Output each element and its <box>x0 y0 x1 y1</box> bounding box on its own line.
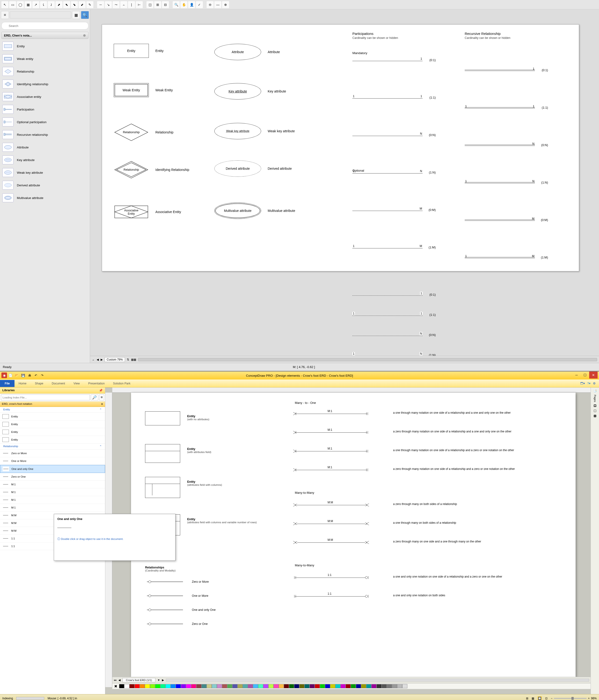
toolbar-button[interactable]: ◯ <box>17 1 24 8</box>
maximize-button[interactable]: ☐ <box>581 372 589 379</box>
color-swatch[interactable] <box>351 684 356 688</box>
prev-page-icon[interactable]: ◀ <box>119 678 121 682</box>
color-swatch[interactable] <box>253 684 258 688</box>
print-icon[interactable]: 🖶 <box>27 373 32 378</box>
color-swatch[interactable] <box>335 684 340 688</box>
close-section-icon[interactable]: ⊗ <box>83 33 86 37</box>
zoom-slider[interactable] <box>554 698 587 699</box>
color-swatch[interactable] <box>217 684 222 688</box>
library-item[interactable]: Associative entity <box>0 90 90 103</box>
library-item[interactable]: Entity <box>0 421 105 428</box>
color-swatch[interactable] <box>315 684 320 688</box>
next-page-icon[interactable]: ▶ <box>162 678 164 682</box>
library-item[interactable]: Derived attribute <box>0 179 90 192</box>
color-swatch[interactable] <box>232 684 237 688</box>
color-swatch[interactable] <box>294 684 299 688</box>
no-fill-icon[interactable]: ✖ <box>112 684 119 689</box>
zoom-select[interactable]: Custom 79% <box>105 357 125 362</box>
color-swatch[interactable] <box>176 684 181 688</box>
color-swatch[interactable] <box>134 684 140 688</box>
library-item[interactable]: Zero or One <box>0 473 105 481</box>
save-icon[interactable]: 💾 <box>20 373 26 378</box>
color-palette[interactable]: ✖ <box>112 683 591 689</box>
toolbar-button[interactable]: | <box>128 1 135 8</box>
color-swatch[interactable] <box>376 684 382 688</box>
toolbar-button[interactable]: ⊟ <box>162 1 169 8</box>
library-item[interactable]: Weak entity <box>0 52 90 65</box>
toolbar-button[interactable]: ⬉ <box>63 1 70 8</box>
settings-icon[interactable]: ⚙ <box>593 382 596 385</box>
toolbar-button[interactable]: ⫠ <box>120 1 127 8</box>
zoom-in-icon[interactable]: + <box>588 697 590 700</box>
new-icon[interactable]: 📄 <box>8 373 13 378</box>
menu-item[interactable]: Solution Park <box>109 380 134 387</box>
library-item[interactable]: Key attribute <box>0 154 90 166</box>
toolbar-button[interactable]: ✓ <box>196 1 203 8</box>
toolbar-button[interactable]: ⊖ <box>207 1 214 8</box>
options-icon[interactable]: ≡ <box>99 395 104 400</box>
menu-item[interactable]: Presentation <box>84 380 109 387</box>
library-item[interactable]: Zero or More <box>0 450 105 457</box>
tool-icon[interactable]: 🞎 <box>594 409 596 412</box>
panel-toggle-icon[interactable]: ⫠ <box>92 358 95 361</box>
toolbar-button[interactable]: ⊕ <box>222 1 229 8</box>
library-item[interactable]: Identifying relationship <box>0 78 90 90</box>
view-mode-icon[interactable]: ⊡ <box>545 697 548 700</box>
color-swatch[interactable] <box>124 684 129 688</box>
color-swatch[interactable] <box>382 684 387 688</box>
color-swatch[interactable] <box>248 684 253 688</box>
color-swatch[interactable] <box>165 684 171 688</box>
entity-group-header[interactable]: Entity ⌃ <box>0 407 105 413</box>
color-swatch[interactable] <box>145 684 150 688</box>
color-swatch[interactable] <box>150 684 155 688</box>
menu-item[interactable]: Document <box>48 380 69 387</box>
library-item[interactable]: One or More <box>0 457 105 465</box>
toolbar-button[interactable]: ⬈ <box>55 1 62 8</box>
color-swatch[interactable] <box>171 684 176 688</box>
tool-icon[interactable]: 🞑 <box>594 415 596 418</box>
close-category-icon[interactable]: ✕ <box>101 402 103 406</box>
app-icon[interactable]: ◉ <box>1 373 7 378</box>
color-swatch[interactable] <box>325 684 330 688</box>
close-button[interactable]: ✕ <box>589 372 598 379</box>
color-swatch[interactable] <box>279 684 284 688</box>
first-page-icon[interactable]: ⏮ <box>114 679 116 681</box>
library-item[interactable]: One and only One <box>0 465 105 473</box>
toolbar-button[interactable]: 👤 <box>188 1 195 8</box>
toolbar-button[interactable]: ↘ <box>105 1 112 8</box>
window-options-icon[interactable]: 🗔▾ <box>580 382 585 385</box>
toolbar-button[interactable]: ✎ <box>86 1 93 8</box>
color-swatch[interactable] <box>310 684 315 688</box>
color-swatch[interactable] <box>356 684 361 688</box>
toolbar-button[interactable]: ▦ <box>25 1 32 8</box>
libraries-header[interactable]: Libraries 📌 <box>0 388 105 394</box>
next-page-icon[interactable]: ▶ <box>101 358 103 361</box>
toolbar-button[interactable]: ⊢ <box>136 1 143 8</box>
view-mode-icon[interactable]: ▦ <box>531 697 534 700</box>
color-swatch[interactable] <box>305 684 310 688</box>
library-item[interactable]: Entity <box>0 413 105 421</box>
tab-dropdown-icon[interactable]: ▼ <box>157 679 160 681</box>
color-swatch[interactable] <box>191 684 196 688</box>
library-item[interactable]: Entity <box>0 436 105 444</box>
search-input[interactable] <box>1 22 88 29</box>
library-item[interactable]: Participation <box>0 103 90 116</box>
color-swatch[interactable] <box>202 684 207 688</box>
toolbar-button[interactable]: ⊞ <box>154 1 161 8</box>
color-swatch[interactable] <box>402 684 407 688</box>
color-swatch[interactable] <box>330 684 335 688</box>
menu-item[interactable]: Shape <box>31 380 48 387</box>
color-swatch[interactable] <box>397 684 402 688</box>
color-swatch[interactable] <box>346 684 351 688</box>
page-tabs[interactable]: ⏮ ◀ Crow's foot ERD (1/1) ▼ ▶ <box>112 677 591 683</box>
library-section-header[interactable]: ERD, Chen's nota... ⊗ <box>1 32 88 39</box>
prev-page-icon[interactable]: ◀ <box>97 358 99 361</box>
toolbar-button[interactable]: ◫ <box>147 1 154 8</box>
collapse-icon[interactable]: ⌃ <box>100 445 102 448</box>
minimize-button[interactable]: ─ <box>572 372 581 379</box>
library-item[interactable]: Relationship <box>0 65 90 78</box>
drawing-page[interactable]: Entity(with no attributes)Entity(with at… <box>131 393 576 677</box>
library-item[interactable]: M:1 <box>0 504 105 511</box>
color-swatch[interactable] <box>222 684 227 688</box>
color-swatch[interactable] <box>160 684 165 688</box>
